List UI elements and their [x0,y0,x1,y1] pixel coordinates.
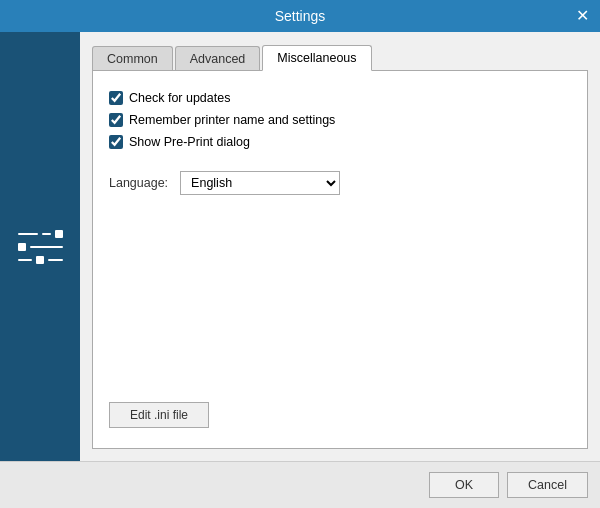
check-updates-input[interactable] [109,91,123,105]
checkbox-show-preprint[interactable]: Show Pre-Print dialog [109,135,571,149]
slider-row-3 [18,256,63,264]
slider-handle [18,243,26,251]
slider-handle [36,256,44,264]
cancel-button[interactable]: Cancel [507,472,588,498]
show-preprint-label: Show Pre-Print dialog [129,135,250,149]
language-select[interactable]: English French German Spanish Italian Po… [180,171,340,195]
slider-row-2 [18,243,63,251]
bottom-bar: OK Cancel [0,461,600,508]
slider-line [42,233,50,235]
window-title: Settings [275,8,326,24]
spacer [109,195,571,402]
edit-ini-button[interactable]: Edit .ini file [109,402,209,428]
main-content: Common Advanced Miscellaneous Check for … [0,32,600,461]
language-row: Language: English French German Spanish … [109,171,571,195]
checkbox-check-updates[interactable]: Check for updates [109,91,571,105]
settings-panel: Check for updates Remember printer name … [92,70,588,449]
checkbox-group: Check for updates Remember printer name … [109,91,571,149]
remember-printer-label: Remember printer name and settings [129,113,335,127]
slider-line [18,233,39,235]
show-preprint-input[interactable] [109,135,123,149]
sidebar [0,32,80,461]
slider-line [18,259,33,261]
tab-miscellaneous[interactable]: Miscellaneous [262,45,371,71]
tab-common[interactable]: Common [92,46,173,71]
ok-button[interactable]: OK [429,472,499,498]
slider-line [48,259,63,261]
check-updates-label: Check for updates [129,91,230,105]
slider-handle [55,230,63,238]
remember-printer-input[interactable] [109,113,123,127]
language-label: Language: [109,176,168,190]
dialog-area: Common Advanced Miscellaneous Check for … [80,32,600,461]
slider-line [30,246,63,248]
tab-advanced[interactable]: Advanced [175,46,261,71]
close-button[interactable]: ✕ [572,6,592,26]
slider-row-1 [18,230,63,238]
title-bar: Settings ✕ [0,0,600,32]
tab-bar: Common Advanced Miscellaneous [92,44,588,70]
settings-icon [18,230,63,264]
checkbox-remember-printer[interactable]: Remember printer name and settings [109,113,571,127]
